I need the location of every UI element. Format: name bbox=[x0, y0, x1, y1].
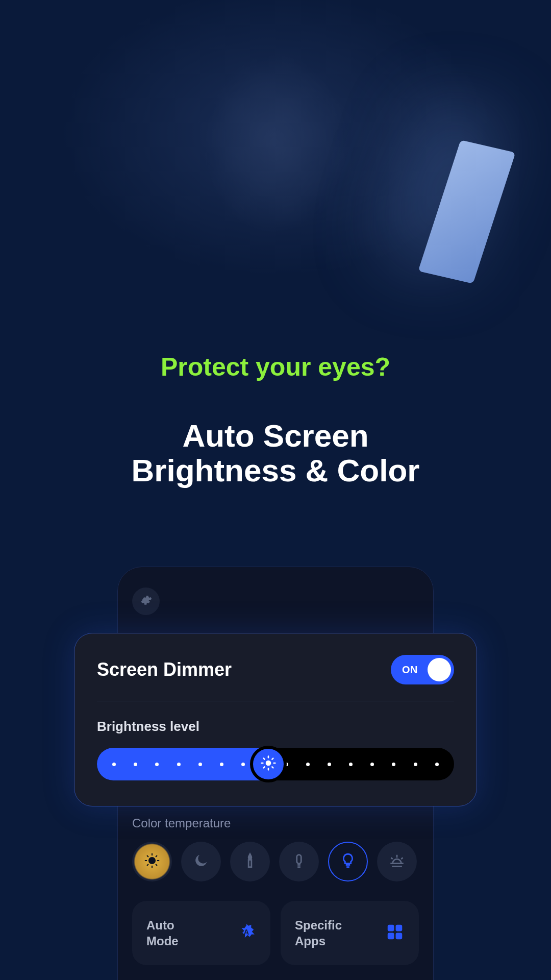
sunrise-icon bbox=[388, 852, 406, 871]
hero-background bbox=[0, 0, 551, 332]
mode-row: Auto Mode A Specific Apps bbox=[132, 901, 419, 965]
apps-grid-icon bbox=[385, 922, 405, 944]
svg-rect-16 bbox=[388, 933, 394, 940]
temp-option-eye-comfort[interactable] bbox=[132, 842, 172, 881]
svg-text:A: A bbox=[244, 928, 249, 936]
slider-thumb[interactable] bbox=[250, 746, 287, 782]
auto-mode-icon: A bbox=[237, 922, 256, 944]
svg-line-25 bbox=[264, 767, 265, 768]
screen-dimmer-title: Screen Dimmer bbox=[97, 659, 232, 680]
svg-line-23 bbox=[264, 758, 265, 760]
hero-phone-illustration bbox=[418, 140, 515, 284]
gear-icon bbox=[140, 594, 152, 608]
specific-apps-label: Specific Apps bbox=[295, 917, 342, 949]
headline-accent: Protect your eyes? bbox=[0, 352, 551, 382]
svg-rect-15 bbox=[396, 925, 403, 932]
screen-dimmer-toggle[interactable]: ON bbox=[391, 655, 454, 684]
brightness-level-label: Brightness level bbox=[97, 719, 454, 734]
specific-apps-card[interactable]: Specific Apps bbox=[281, 901, 419, 965]
svg-rect-14 bbox=[388, 925, 394, 932]
toggle-on-label: ON bbox=[402, 664, 418, 676]
temp-option-sunrise[interactable] bbox=[377, 842, 417, 881]
svg-line-8 bbox=[156, 855, 157, 857]
svg-line-7 bbox=[147, 864, 148, 866]
bulb-icon bbox=[339, 852, 357, 871]
svg-line-6 bbox=[156, 864, 157, 866]
svg-point-0 bbox=[148, 857, 156, 864]
brightness-icon bbox=[260, 755, 277, 773]
svg-rect-9 bbox=[248, 860, 252, 867]
svg-line-24 bbox=[272, 767, 273, 768]
settings-button[interactable] bbox=[132, 587, 160, 615]
svg-point-18 bbox=[266, 761, 271, 766]
svg-line-26 bbox=[272, 758, 273, 760]
moon-icon bbox=[192, 852, 210, 871]
color-temperature-row bbox=[132, 842, 419, 881]
temp-option-bulb[interactable] bbox=[328, 842, 368, 881]
temp-option-moon[interactable] bbox=[181, 842, 221, 881]
color-temperature-label: Color temperature bbox=[132, 816, 419, 830]
temp-option-candle[interactable] bbox=[230, 842, 270, 881]
temp-option-fluorescent[interactable] bbox=[279, 842, 319, 881]
candle-icon bbox=[241, 852, 259, 871]
headline-line1: Auto Screen bbox=[182, 418, 368, 453]
toggle-knob bbox=[428, 658, 451, 681]
svg-line-5 bbox=[147, 855, 148, 857]
headline-main: Auto Screen Brightness & Color bbox=[0, 419, 551, 488]
screen-dimmer-card: Screen Dimmer ON Brightness level bbox=[74, 633, 477, 806]
hero-face-illustration bbox=[168, 41, 383, 271]
eye-comfort-icon bbox=[143, 852, 161, 871]
fluorescent-icon bbox=[290, 852, 308, 871]
brightness-slider[interactable] bbox=[97, 748, 454, 780]
svg-rect-17 bbox=[396, 933, 403, 940]
svg-rect-10 bbox=[297, 855, 302, 864]
auto-mode-card[interactable]: Auto Mode A bbox=[132, 901, 270, 965]
headline-line2: Brightness & Color bbox=[132, 453, 420, 488]
auto-mode-label: Auto Mode bbox=[146, 917, 179, 949]
